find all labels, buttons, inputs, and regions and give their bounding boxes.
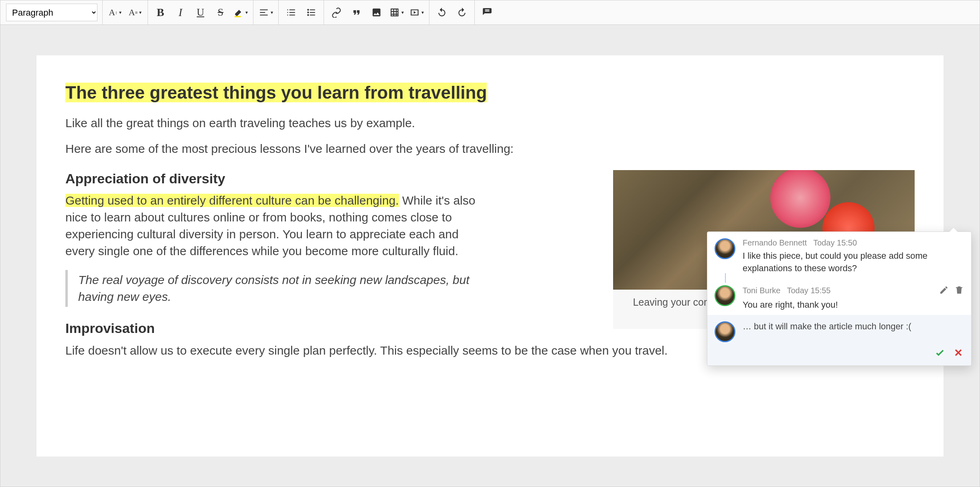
avatar	[715, 321, 735, 342]
page-title: The three greatest things you learn from…	[65, 83, 487, 102]
comment-author: Toni Burke	[743, 286, 781, 295]
toolbar: Paragraph A↕▾ A≡▾ B I U S ▾ ▾ ▾ ▾	[0, 0, 980, 25]
svg-point-2	[307, 12, 309, 13]
image-button[interactable]	[366, 2, 387, 22]
highlight-button[interactable]: ▾	[231, 2, 251, 22]
add-comment-button[interactable]	[477, 2, 497, 22]
bulleted-list-button[interactable]	[301, 2, 321, 22]
comment-author: Fernando Bennett	[743, 238, 807, 248]
svg-point-3	[307, 14, 309, 16]
comment-draft-text: … but it will make the article much long…	[743, 321, 964, 332]
underline-button[interactable]: U	[190, 2, 211, 22]
media-button[interactable]: ▾	[407, 2, 427, 22]
align-button[interactable]: ▾	[256, 2, 276, 22]
blockquote-button[interactable]	[346, 2, 366, 22]
font-size-button[interactable]: A↕▾	[105, 2, 125, 22]
italic-button[interactable]: I	[170, 2, 190, 22]
paragraph: Getting used to an entirely different cu…	[65, 192, 478, 260]
heading-select[interactable]: Paragraph	[6, 4, 97, 21]
comment-text: You are right, thank you!	[743, 299, 964, 311]
comment-time: Today 15:55	[787, 286, 831, 295]
edit-icon[interactable]	[939, 285, 949, 296]
editor-canvas: 1 2 The three greatest things you learn …	[0, 25, 980, 487]
comment: Toni Burke Today 15:55 You are right, th…	[707, 279, 971, 315]
submit-comment-button[interactable]	[934, 347, 946, 360]
ordered-list-button[interactable]	[281, 2, 301, 22]
cancel-comment-button[interactable]	[953, 347, 964, 360]
comment: Fernando Bennett Today 15:50 I like this…	[707, 232, 971, 279]
comment-reply-input[interactable]: … but it will make the article much long…	[707, 315, 971, 347]
avatar	[715, 238, 735, 259]
paragraph: Here are some of the most precious lesso…	[65, 140, 915, 157]
table-button[interactable]: ▾	[387, 2, 407, 22]
svg-point-1	[307, 9, 309, 10]
delete-icon[interactable]	[954, 285, 964, 296]
font-family-button[interactable]: A≡▾	[125, 2, 145, 22]
undo-button[interactable]	[432, 2, 452, 22]
redo-button[interactable]	[452, 2, 472, 22]
avatar	[715, 285, 735, 306]
svg-rect-0	[235, 16, 241, 17]
comment-thread: Fernando Bennett Today 15:50 I like this…	[707, 231, 972, 366]
comment-time: Today 15:50	[813, 238, 857, 248]
paragraph: Like all the great things on earth trave…	[65, 115, 915, 132]
strikethrough-button[interactable]: S	[211, 2, 231, 22]
blockquote: The real voyage of discovery consists no…	[65, 270, 474, 307]
bold-button[interactable]: B	[150, 2, 170, 22]
link-button[interactable]	[326, 2, 346, 22]
comment-text: I like this piece, but could you please …	[743, 250, 964, 275]
